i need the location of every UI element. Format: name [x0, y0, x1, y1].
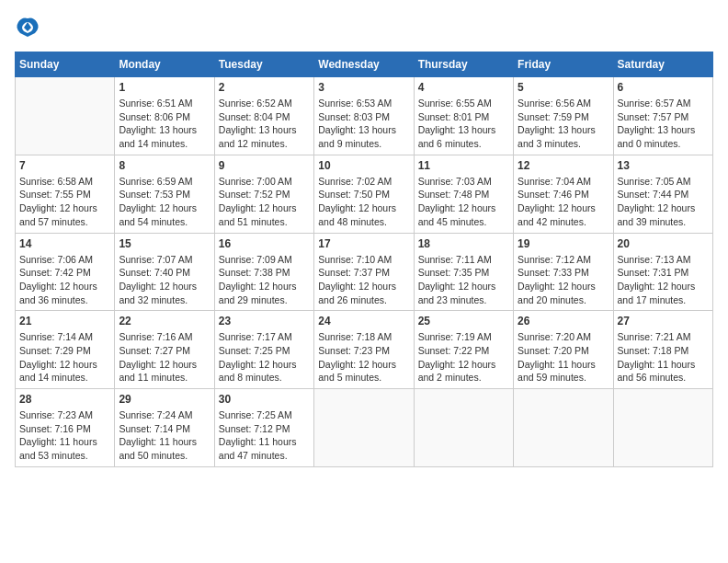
cell-info: Sunrise: 7:19 AM Sunset: 7:22 PM Dayligh… — [418, 330, 509, 385]
day-number: 14 — [19, 237, 110, 250]
cell-info: Sunrise: 7:17 AM Sunset: 7:25 PM Dayligh… — [219, 330, 310, 385]
weekday-header: Tuesday — [214, 52, 313, 77]
cell-info: Sunrise: 7:11 AM Sunset: 7:35 PM Dayligh… — [418, 253, 509, 307]
cell-info: Sunrise: 7:16 AM Sunset: 7:27 PM Dayligh… — [119, 330, 210, 385]
cell-info: Sunrise: 7:10 AM Sunset: 7:37 PM Dayligh… — [318, 253, 409, 307]
calendar-cell: 21Sunrise: 7:14 AM Sunset: 7:29 PM Dayli… — [16, 311, 115, 389]
cell-info: Sunrise: 6:55 AM Sunset: 8:01 PM Dayligh… — [418, 97, 509, 151]
day-number: 7 — [19, 159, 110, 172]
day-number: 1 — [119, 81, 210, 94]
cell-info: Sunrise: 6:57 AM Sunset: 7:57 PM Dayligh… — [618, 97, 709, 151]
day-number: 23 — [219, 315, 310, 327]
calendar-cell — [613, 389, 712, 467]
calendar-cell: 29Sunrise: 7:24 AM Sunset: 7:14 PM Dayli… — [115, 389, 214, 467]
calendar-cell: 15Sunrise: 7:07 AM Sunset: 7:40 PM Dayli… — [115, 233, 214, 311]
day-number: 29 — [119, 393, 210, 406]
calendar-week-row: 1Sunrise: 6:51 AM Sunset: 8:06 PM Daylig… — [16, 77, 713, 155]
day-number: 28 — [19, 393, 110, 406]
calendar-cell: 9Sunrise: 7:00 AM Sunset: 7:52 PM Daylig… — [214, 155, 313, 233]
calendar-cell — [314, 389, 414, 467]
calendar-cell: 24Sunrise: 7:18 AM Sunset: 7:23 PM Dayli… — [314, 311, 414, 389]
calendar-cell: 7Sunrise: 6:58 AM Sunset: 7:55 PM Daylig… — [16, 155, 115, 233]
day-number: 16 — [219, 237, 310, 250]
cell-info: Sunrise: 7:21 AM Sunset: 7:18 PM Dayligh… — [618, 330, 709, 385]
cell-info: Sunrise: 7:25 AM Sunset: 7:12 PM Dayligh… — [219, 408, 310, 463]
calendar-week-row: 7Sunrise: 6:58 AM Sunset: 7:55 PM Daylig… — [16, 155, 713, 233]
logo-icon — [15, 15, 40, 40]
day-number: 9 — [219, 159, 310, 172]
cell-info: Sunrise: 7:09 AM Sunset: 7:38 PM Dayligh… — [219, 253, 310, 307]
calendar-cell: 27Sunrise: 7:21 AM Sunset: 7:18 PM Dayli… — [613, 311, 712, 389]
weekday-header: Saturday — [613, 52, 712, 77]
cell-info: Sunrise: 7:13 AM Sunset: 7:31 PM Dayligh… — [618, 253, 709, 307]
day-number: 4 — [418, 81, 509, 94]
calendar-cell: 28Sunrise: 7:23 AM Sunset: 7:16 PM Dayli… — [16, 389, 115, 467]
day-number: 3 — [318, 81, 409, 94]
day-number: 25 — [418, 315, 509, 327]
calendar-cell: 14Sunrise: 7:06 AM Sunset: 7:42 PM Dayli… — [16, 233, 115, 311]
calendar-cell — [514, 389, 613, 467]
logo — [15, 15, 44, 40]
calendar-cell: 1Sunrise: 6:51 AM Sunset: 8:06 PM Daylig… — [115, 77, 214, 155]
cell-info: Sunrise: 7:07 AM Sunset: 7:40 PM Dayligh… — [119, 253, 210, 307]
cell-info: Sunrise: 6:59 AM Sunset: 7:53 PM Dayligh… — [119, 175, 210, 229]
calendar-cell: 26Sunrise: 7:20 AM Sunset: 7:20 PM Dayli… — [514, 311, 613, 389]
calendar-cell: 23Sunrise: 7:17 AM Sunset: 7:25 PM Dayli… — [214, 311, 313, 389]
day-number: 5 — [518, 81, 609, 94]
calendar-week-row: 28Sunrise: 7:23 AM Sunset: 7:16 PM Dayli… — [16, 389, 713, 467]
day-number: 11 — [418, 159, 509, 172]
weekday-header: Sunday — [16, 52, 115, 77]
cell-info: Sunrise: 7:18 AM Sunset: 7:23 PM Dayligh… — [318, 330, 409, 385]
calendar-cell: 19Sunrise: 7:12 AM Sunset: 7:33 PM Dayli… — [514, 233, 613, 311]
day-number: 10 — [318, 159, 409, 172]
day-number: 21 — [19, 315, 110, 327]
cell-info: Sunrise: 7:24 AM Sunset: 7:14 PM Dayligh… — [119, 408, 210, 463]
calendar-cell: 16Sunrise: 7:09 AM Sunset: 7:38 PM Dayli… — [214, 233, 313, 311]
calendar-header-row: SundayMondayTuesdayWednesdayThursdayFrid… — [16, 52, 713, 77]
day-number: 6 — [618, 81, 709, 94]
cell-info: Sunrise: 6:56 AM Sunset: 7:59 PM Dayligh… — [518, 97, 609, 151]
cell-info: Sunrise: 7:12 AM Sunset: 7:33 PM Dayligh… — [518, 253, 609, 307]
calendar-cell: 30Sunrise: 7:25 AM Sunset: 7:12 PM Dayli… — [214, 389, 313, 467]
cell-info: Sunrise: 7:20 AM Sunset: 7:20 PM Dayligh… — [518, 330, 609, 385]
calendar-cell: 20Sunrise: 7:13 AM Sunset: 7:31 PM Dayli… — [613, 233, 712, 311]
calendar-cell: 5Sunrise: 6:56 AM Sunset: 7:59 PM Daylig… — [514, 77, 613, 155]
day-number: 15 — [119, 237, 210, 250]
cell-info: Sunrise: 7:06 AM Sunset: 7:42 PM Dayligh… — [19, 253, 110, 307]
calendar-cell: 3Sunrise: 6:53 AM Sunset: 8:03 PM Daylig… — [314, 77, 414, 155]
cell-info: Sunrise: 7:14 AM Sunset: 7:29 PM Dayligh… — [19, 330, 110, 385]
day-number: 30 — [219, 393, 310, 406]
weekday-header: Monday — [115, 52, 214, 77]
calendar-cell: 18Sunrise: 7:11 AM Sunset: 7:35 PM Dayli… — [414, 233, 513, 311]
calendar-cell: 6Sunrise: 6:57 AM Sunset: 7:57 PM Daylig… — [613, 77, 712, 155]
calendar-week-row: 14Sunrise: 7:06 AM Sunset: 7:42 PM Dayli… — [16, 233, 713, 311]
day-number: 2 — [219, 81, 310, 94]
calendar-cell: 10Sunrise: 7:02 AM Sunset: 7:50 PM Dayli… — [314, 155, 414, 233]
day-number: 22 — [119, 315, 210, 327]
day-number: 8 — [119, 159, 210, 172]
cell-info: Sunrise: 6:53 AM Sunset: 8:03 PM Dayligh… — [318, 97, 409, 151]
cell-info: Sunrise: 7:00 AM Sunset: 7:52 PM Dayligh… — [219, 175, 310, 229]
calendar-cell — [16, 77, 115, 155]
cell-info: Sunrise: 7:05 AM Sunset: 7:44 PM Dayligh… — [618, 175, 709, 229]
day-number: 24 — [318, 315, 409, 327]
day-number: 20 — [618, 237, 709, 250]
day-number: 12 — [518, 159, 609, 172]
calendar-table: SundayMondayTuesdayWednesdayThursdayFrid… — [15, 52, 713, 467]
calendar-cell: 2Sunrise: 6:52 AM Sunset: 8:04 PM Daylig… — [214, 77, 313, 155]
cell-info: Sunrise: 7:04 AM Sunset: 7:46 PM Dayligh… — [518, 175, 609, 229]
calendar-cell: 12Sunrise: 7:04 AM Sunset: 7:46 PM Dayli… — [514, 155, 613, 233]
cell-info: Sunrise: 7:03 AM Sunset: 7:48 PM Dayligh… — [418, 175, 509, 229]
day-number: 13 — [618, 159, 709, 172]
cell-info: Sunrise: 7:02 AM Sunset: 7:50 PM Dayligh… — [318, 175, 409, 229]
calendar-cell: 8Sunrise: 6:59 AM Sunset: 7:53 PM Daylig… — [115, 155, 214, 233]
calendar-cell: 22Sunrise: 7:16 AM Sunset: 7:27 PM Dayli… — [115, 311, 214, 389]
day-number: 18 — [418, 237, 509, 250]
day-number: 19 — [518, 237, 609, 250]
calendar-cell: 17Sunrise: 7:10 AM Sunset: 7:37 PM Dayli… — [314, 233, 414, 311]
weekday-header: Thursday — [414, 52, 513, 77]
page-header — [15, 15, 713, 40]
calendar-week-row: 21Sunrise: 7:14 AM Sunset: 7:29 PM Dayli… — [16, 311, 713, 389]
calendar-cell: 11Sunrise: 7:03 AM Sunset: 7:48 PM Dayli… — [414, 155, 513, 233]
cell-info: Sunrise: 7:23 AM Sunset: 7:16 PM Dayligh… — [19, 408, 110, 463]
